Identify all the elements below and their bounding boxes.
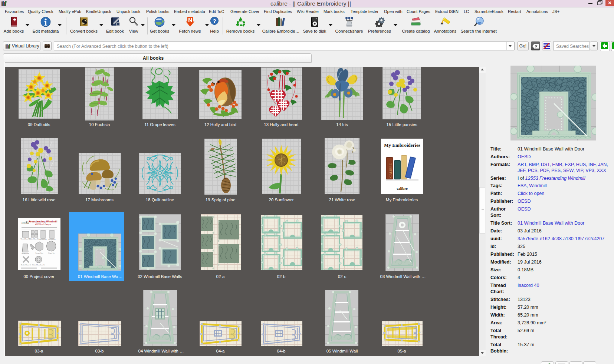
svg-text:Windmill Roof: Windmill Roof <box>22 253 29 254</box>
svg-text:#12553 — 9 Designs: #12553 — 9 Designs <box>35 224 51 225</box>
svg-text:Windmill Blades Kit: Windmill Blades Kit <box>21 264 31 266</box>
svg-text:Windmill Base Walls: Windmill Base Walls <box>29 238 40 240</box>
svg-text:CALIBRE: CALIBRE <box>389 163 393 178</box>
svg-text:Windmill Base/Cover Kit: Windmill Base/Cover Kit <box>32 264 45 266</box>
svg-text:?: ? <box>213 18 216 24</box>
svg-text:Windmill Wall: Windmill Wall <box>48 239 55 241</box>
svg-text:My Embroideries: My Embroideries <box>384 142 420 148</box>
svg-text:Hexagon Base: Hexagon Base <box>36 252 43 254</box>
svg-text:Freestanding Windmill: Freestanding Windmill <box>29 220 57 223</box>
svg-text:calibre: calibre <box>397 186 408 191</box>
svg-text:Windmill Wall: Windmill Wall <box>39 239 46 241</box>
svg-text:Octagon Top: Octagon Top <box>48 252 55 254</box>
